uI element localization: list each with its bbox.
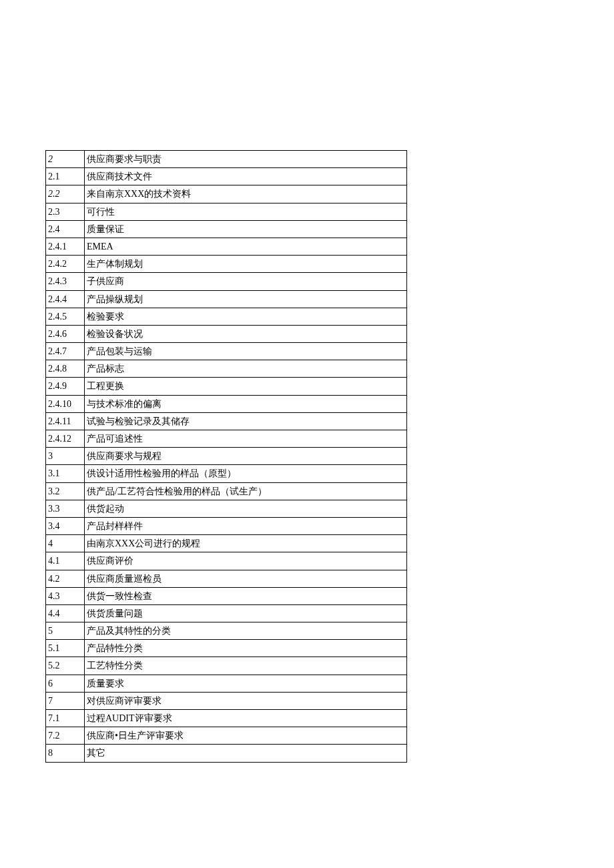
toc-row: 7.1过程AUDIT评审要求 xyxy=(46,710,407,727)
toc-row: 2.4.9工程更换 xyxy=(46,378,407,395)
toc-row: 2.1供应商技术文件 xyxy=(46,168,407,185)
toc-row: 5产品及其特性的分类 xyxy=(46,622,407,640)
toc-section-title: 供应商要求与规程 xyxy=(85,448,407,465)
toc-row: 2.4.1EMEA xyxy=(46,238,407,255)
toc-section-number: 5 xyxy=(46,622,85,640)
toc-section-number: 2.4.1 xyxy=(46,238,85,255)
toc-row: 2.2来自南京XXX的技术资料 xyxy=(46,185,407,203)
toc-section-title: 供应商质量巡检员 xyxy=(85,570,407,587)
toc-row: 2.4.6检验设备状况 xyxy=(46,325,407,342)
toc-row: 2.3可行性 xyxy=(46,203,407,220)
toc-section-number: 5.2 xyxy=(46,657,85,675)
toc-row: 2.4.5检验要求 xyxy=(46,308,407,325)
toc-section-title: 产品可追述性 xyxy=(85,430,407,448)
toc-section-number: 2.1 xyxy=(46,168,85,185)
toc-section-title: 供应商要求与职责 xyxy=(85,151,407,168)
toc-section-title: 由南京XXX公司进行的规程 xyxy=(85,535,407,552)
toc-section-number: 4.2 xyxy=(46,570,85,587)
toc-row: 2.4.7产品包装与运输 xyxy=(46,343,407,360)
toc-section-number: 2.4 xyxy=(46,220,85,238)
toc-row: 4由南京XXX公司进行的规程 xyxy=(46,535,407,552)
toc-section-title: 质量要求 xyxy=(85,675,407,692)
toc-section-number: 4.4 xyxy=(46,604,85,622)
toc-section-title: 供产品/工艺符合性检验用的样品（试生产） xyxy=(85,482,407,500)
toc-section-title: 供应商技术文件 xyxy=(85,168,407,185)
toc-section-title: 供货起动 xyxy=(85,500,407,517)
toc-row: 2供应商要求与职责 xyxy=(46,151,407,168)
toc-row: 2.4.2生产体制规划 xyxy=(46,256,407,273)
toc-section-title: 质量保证 xyxy=(85,220,407,238)
toc-section-title: EMEA xyxy=(85,238,407,255)
toc-section-title: 产品封样样件 xyxy=(85,517,407,534)
toc-row: 3供应商要求与规程 xyxy=(46,448,407,465)
toc-row: 4.2供应商质量巡检员 xyxy=(46,570,407,587)
toc-section-number: 3 xyxy=(46,448,85,465)
document-page: 2供应商要求与职责2.1供应商技术文件2.2来自南京XXX的技术资料2.3可行性… xyxy=(0,0,614,763)
toc-section-number: 5.1 xyxy=(46,640,85,657)
toc-section-title: 供应商评价 xyxy=(85,552,407,570)
toc-section-number: 2.3 xyxy=(46,203,85,220)
toc-section-number: 3.3 xyxy=(46,500,85,517)
toc-row: 2.4质量保证 xyxy=(46,220,407,238)
toc-row: 2.4.10与技术标准的偏离 xyxy=(46,395,407,412)
toc-section-title: 供设计适用性检验用的样品（原型） xyxy=(85,465,407,482)
toc-row: 2.4.3子供应商 xyxy=(46,273,407,290)
toc-section-number: 4.1 xyxy=(46,552,85,570)
toc-row: 2.4.11试验与检验记录及其储存 xyxy=(46,412,407,430)
toc-section-title: 工艺特性分类 xyxy=(85,657,407,675)
toc-section-number: 2.4.8 xyxy=(46,360,85,378)
toc-section-title: 与技术标准的偏离 xyxy=(85,395,407,412)
toc-section-title: 产品及其特性的分类 xyxy=(85,622,407,640)
toc-row: 2.4.4产品操纵规划 xyxy=(46,290,407,308)
toc-section-title: 产品标志 xyxy=(85,360,407,378)
toc-row: 5.2工艺特性分类 xyxy=(46,657,407,675)
toc-row: 3.4产品封样样件 xyxy=(46,517,407,534)
toc-section-number: 4 xyxy=(46,535,85,552)
toc-section-title: 产品包装与运输 xyxy=(85,343,407,360)
toc-section-title: 产品操纵规划 xyxy=(85,290,407,308)
toc-section-number: 2.4.11 xyxy=(46,412,85,430)
toc-section-number: 2.2 xyxy=(46,185,85,203)
toc-section-number: 2.4.3 xyxy=(46,273,85,290)
toc-section-number: 8 xyxy=(46,745,85,762)
toc-section-number: 2.4.6 xyxy=(46,325,85,342)
toc-section-number: 2.4.12 xyxy=(46,430,85,448)
toc-section-number: 2.4.5 xyxy=(46,308,85,325)
toc-section-title: 生产体制规划 xyxy=(85,256,407,273)
toc-section-number: 4.3 xyxy=(46,587,85,604)
toc-section-title: 试验与检验记录及其储存 xyxy=(85,412,407,430)
toc-row: 3.1供设计适用性检验用的样品（原型） xyxy=(46,465,407,482)
toc-row: 4.1供应商评价 xyxy=(46,552,407,570)
toc-section-title: 子供应商 xyxy=(85,273,407,290)
toc-row: 4.4供货质量问题 xyxy=(46,604,407,622)
toc-section-number: 2.4.4 xyxy=(46,290,85,308)
toc-section-title: 检验设备状况 xyxy=(85,325,407,342)
toc-section-number: 2 xyxy=(46,151,85,168)
toc-section-number: 7 xyxy=(46,692,85,709)
toc-row: 8其它 xyxy=(46,745,407,762)
toc-row: 6质量要求 xyxy=(46,675,407,692)
toc-row: 3.2供产品/工艺符合性检验用的样品（试生产） xyxy=(46,482,407,500)
toc-section-title: 过程AUDIT评审要求 xyxy=(85,710,407,727)
toc-section-number: 2.4.9 xyxy=(46,378,85,395)
toc-section-title: 可行性 xyxy=(85,203,407,220)
toc-row: 5.1产品特性分类 xyxy=(46,640,407,657)
toc-section-title: 供货质量问题 xyxy=(85,604,407,622)
toc-row: 2.4.12产品可追述性 xyxy=(46,430,407,448)
toc-section-number: 2.4.10 xyxy=(46,395,85,412)
toc-section-number: 3.1 xyxy=(46,465,85,482)
toc-section-title: 其它 xyxy=(85,745,407,762)
toc-section-number: 3.2 xyxy=(46,482,85,500)
toc-section-number: 3.4 xyxy=(46,517,85,534)
toc-row: 7.2供应商•日生产评审要求 xyxy=(46,727,407,745)
toc-section-title: 供货一致性检查 xyxy=(85,587,407,604)
toc-row: 4.3供货一致性检查 xyxy=(46,587,407,604)
toc-section-title: 工程更换 xyxy=(85,378,407,395)
toc-table: 2供应商要求与职责2.1供应商技术文件2.2来自南京XXX的技术资料2.3可行性… xyxy=(45,150,407,763)
toc-section-number: 2.4.7 xyxy=(46,343,85,360)
toc-row: 7对供应商评审要求 xyxy=(46,692,407,709)
toc-section-title: 产品特性分类 xyxy=(85,640,407,657)
toc-section-number: 7.1 xyxy=(46,710,85,727)
toc-section-title: 检验要求 xyxy=(85,308,407,325)
toc-row: 2.4.8产品标志 xyxy=(46,360,407,378)
